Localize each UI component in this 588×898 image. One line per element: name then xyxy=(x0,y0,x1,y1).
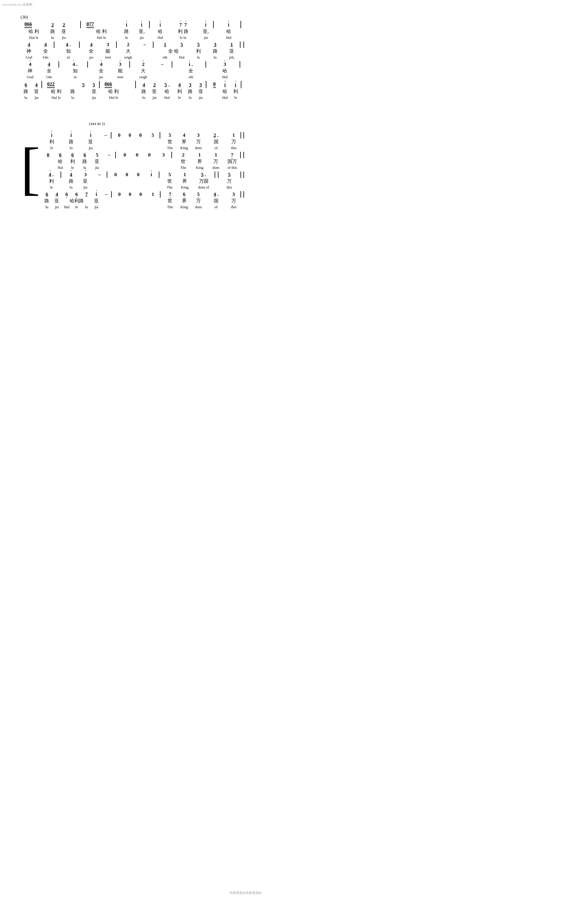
english-s2-1: lelujia TheKingdomofthis xyxy=(42,145,244,151)
notes-s2-3: 4 . 4 3 – 000i 515 . 5 xyxy=(42,171,244,178)
notes-line-4: 6 4 022 5 5 066 4 2 5 . 4 3 3 0 i xyxy=(21,81,244,88)
english-line-2: GodOm ni potent reigh ethHallelujsh, xyxy=(21,55,244,60)
notes-line-1: 066 2 2 077 i i i 7 7 i i xyxy=(21,21,244,28)
notes-s2-4: 6 4 6 6 7 i – 0001 7 6 5 4 . 3 xyxy=(42,191,244,198)
note: 2 xyxy=(47,21,58,28)
chinese-s2-1: 利路亚 世界万国万 xyxy=(42,138,244,145)
note: i xyxy=(216,21,241,28)
music-row-s2-1: i i i – 0005 543 2 . 1 利路亚 xyxy=(42,132,244,151)
note: i xyxy=(119,21,134,28)
chinese-line-2: 神全 知 全能 大 全 哈利路亚 xyxy=(21,48,244,55)
note: 2 xyxy=(58,21,69,28)
notes-line-2: 4 4 4 . 4 3 2 – 1 5 5 3 1 xyxy=(21,42,244,48)
chinese-s2-2: 哈利路亚 世界万国万 xyxy=(42,158,244,165)
section-2: [ (444 46 5) i i i – xyxy=(21,127,244,210)
music-row-s2-2: 0 6 6 6 5 – 0003 2117 哈利路亚 xyxy=(42,152,244,170)
english-line-3: GodOm ni potent reigh eth Hal xyxy=(21,74,244,80)
note: i xyxy=(198,21,213,28)
english-s2-3: le lujia TheKingdom of this xyxy=(42,185,244,190)
english-s2-4: lujia Hallelujia TheKingdomofthis xyxy=(42,205,244,210)
note: 066 xyxy=(21,21,36,28)
chinese-line-4: 路亚 哈 利路亚 哈 利 路亚哈利路亚 哈利 xyxy=(21,88,244,95)
watermark-bottom: 本曲谱源自本曲谱源自 xyxy=(229,891,262,895)
spacer xyxy=(21,109,244,127)
chinese-s2-3: 利 路亚 世界万国 万 xyxy=(42,178,244,185)
chinese-line-1: 哈 利 路亚 哈 利路亚, 哈利 路亚, 哈 xyxy=(21,28,244,35)
english-line-4: lujia Hal lelujia Hal le lujiaHallelujia… xyxy=(21,95,244,100)
page: www.ktndt.coa 诶曲网 (30) 066 2 2 xyxy=(12,6,253,218)
notes-line-3: 4 4 4 . 4 3 2 – i . 3 xyxy=(21,61,244,68)
note: i xyxy=(134,21,149,28)
section-1: (30) 066 2 2 077 xyxy=(21,15,244,100)
music-row-s2-3: 4 . 4 3 – 000i 515 . 5 利 路亚 xyxy=(42,171,244,190)
note xyxy=(69,21,81,28)
notes-s2-1: i i i – 0005 543 2 . 1 xyxy=(42,132,244,138)
english-line-1: Hal le lujia Hal lelujia Halle lujia Hal xyxy=(21,35,244,40)
english-s2-2: Hallelujia TheKingdomof this xyxy=(42,165,244,170)
note: 7 7 xyxy=(168,21,198,28)
music-row-s2-4: 6 4 6 6 7 i – 0001 7 6 5 4 . 3 xyxy=(42,191,244,210)
note: i xyxy=(153,21,168,28)
music-row-4: 6 4 022 5 5 066 4 2 5 . 4 3 3 0 i xyxy=(21,81,244,100)
section-bracket-symbol: [ xyxy=(21,127,40,210)
note: 077 xyxy=(84,21,97,28)
section-content: (444 46 5) i i i – 0005 xyxy=(42,127,244,210)
note xyxy=(36,21,47,28)
music-row-3: 4 4 4 . 4 3 2 – i . 3 神全 知 全能 xyxy=(21,61,244,80)
chinese-s2-4: 路亚 哈利路亚 世界万国万 xyxy=(42,198,244,205)
notes-s2-2: 0 6 6 6 5 – 0003 2117 xyxy=(42,152,244,158)
music-row-2: 4 4 4 . 4 3 2 – 1 5 5 3 1 神全 知 xyxy=(21,42,244,60)
chinese-line-3: 神全 知 全能 大 全 哈 xyxy=(21,68,244,74)
measure-number: (30) xyxy=(21,15,244,20)
watermark-top: www.ktndt.coa 诶曲网 xyxy=(2,2,32,7)
music-row-1: 066 2 2 077 i i i 7 7 i i 哈 利 xyxy=(21,21,244,40)
